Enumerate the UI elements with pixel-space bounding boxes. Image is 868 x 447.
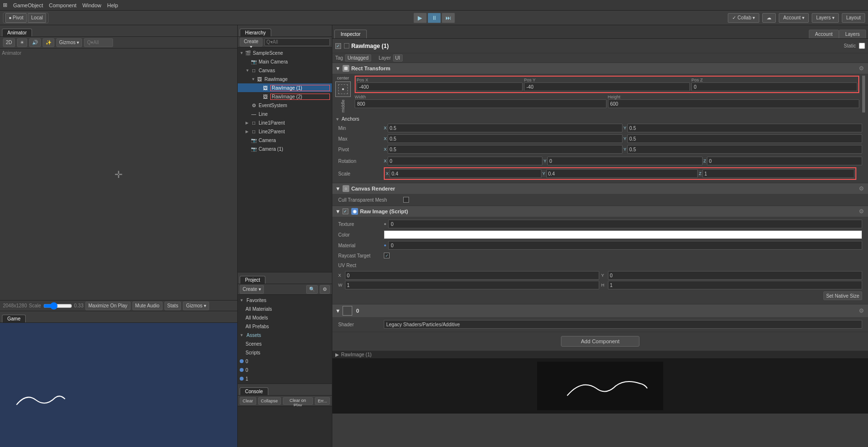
scaleY-input[interactable] <box>546 169 698 178</box>
uv-x-input[interactable] <box>345 271 599 280</box>
uv-w-input[interactable] <box>345 281 599 289</box>
gizmos-game-button[interactable]: Gizmos ▾ <box>183 302 209 310</box>
hierarchy-item-rawimage[interactable]: ▼ 🖼 RawImage <box>238 75 332 83</box>
tab-game[interactable]: Game <box>2 315 26 322</box>
rect-transform-header[interactable]: ▼ ⊞ Rect Transform ⚙ <box>332 63 868 74</box>
anchor-widget[interactable] <box>335 81 351 97</box>
tab-hierarchy[interactable]: Hierarchy <box>240 29 271 36</box>
project-all-materials[interactable]: All Materials <box>238 304 332 313</box>
menu-gameobject[interactable]: GameObject <box>13 2 43 8</box>
project-all-prefabs[interactable]: All Prefabs <box>238 322 332 331</box>
project-num0-1[interactable]: 0 <box>238 357 332 366</box>
layers-button[interactable]: Layers ▾ <box>812 13 839 23</box>
posY-input[interactable] <box>524 82 690 91</box>
uv-h-input[interactable] <box>608 281 862 289</box>
tab-inspector[interactable]: Inspector <box>334 30 367 38</box>
lighting-button[interactable]: ☀ <box>17 38 27 47</box>
project-num0-2[interactable]: 0 <box>238 366 332 374</box>
object-enabled-checkbox[interactable] <box>335 43 341 49</box>
hierarchy-item-canvas[interactable]: ▼ □ Canvas <box>238 66 332 75</box>
hierarchy-item-eventsystem[interactable]: ⚙ EventSystem <box>238 101 332 110</box>
add-component-button[interactable]: Add Component <box>561 336 639 347</box>
error-button[interactable]: Err... <box>315 397 330 405</box>
pause-button[interactable]: ⏸ <box>427 13 441 23</box>
local-button[interactable]: Local <box>28 13 46 23</box>
mute-audio-button[interactable]: Mute Audio <box>132 302 163 310</box>
project-search-icon[interactable]: 🔍 <box>306 285 318 294</box>
layer-dropdown[interactable]: UI <box>393 54 403 62</box>
scale-slider[interactable] <box>43 302 72 310</box>
posX-input[interactable] <box>357 82 523 91</box>
material-input[interactable] <box>388 241 862 250</box>
hierarchy-create-btn[interactable]: Create ▾ <box>240 38 262 47</box>
project-favorites[interactable]: ▼ Favorites <box>238 296 332 304</box>
rt-right-handle[interactable] <box>862 76 865 112</box>
step-button[interactable]: ⏭ <box>442 13 455 23</box>
tab-animator[interactable]: Animator <box>2 29 32 36</box>
hierarchy-item-rawimage2[interactable]: 🖼 RawImage (2) <box>238 92 332 101</box>
tab-console[interactable]: Console <box>240 387 268 395</box>
canvas-renderer-header[interactable]: ▼ ○ Canvas Renderer ⚙ <box>332 183 868 194</box>
pivotY-input[interactable] <box>627 145 862 154</box>
scaleZ-input[interactable] <box>703 169 854 178</box>
2d-button[interactable]: 2D <box>3 38 15 47</box>
set-native-size-button[interactable]: Set Native Size <box>823 291 862 300</box>
texture-input[interactable] <box>388 220 862 228</box>
hierarchy-item-samplescene[interactable]: ▼ 🎬 SampleScene <box>238 48 332 57</box>
anchor-minX-input[interactable] <box>388 124 622 132</box>
posZ-input[interactable] <box>691 82 857 91</box>
scaleX-input[interactable] <box>390 169 541 178</box>
mat-settings-btn[interactable]: ⚙ <box>857 307 865 315</box>
hierarchy-item-line[interactable]: — Line <box>238 110 332 118</box>
top-menu-bar[interactable]: ⊞ GameObject Component Window Help <box>0 0 868 11</box>
hierarchy-item-maincamera[interactable]: 📷 Main Camera <box>238 57 332 66</box>
height-input[interactable] <box>608 99 860 108</box>
anchor-maxY-input[interactable] <box>627 134 862 143</box>
hierarchy-item-camera1[interactable]: 📷 Camera (1) <box>238 144 332 153</box>
pivotX-input[interactable] <box>388 145 622 154</box>
rt-settings-btn[interactable]: ⚙ <box>857 64 865 72</box>
effects-button[interactable]: ✨ <box>43 38 54 47</box>
hierarchy-item-line1parent[interactable]: ▶ □ Line1Parent <box>238 118 332 127</box>
cr-settings-btn[interactable]: ⚙ <box>857 185 865 192</box>
ri-enabled-check[interactable] <box>343 208 348 214</box>
project-packages[interactable]: ▶ Packages <box>238 383 332 383</box>
hierarchy-item-rawimage1[interactable]: 🖼 RawImage (1) <box>238 83 332 92</box>
project-create-btn[interactable]: Create ▾ <box>240 285 264 294</box>
rotX-input[interactable] <box>388 157 542 165</box>
collab-button[interactable]: ✓ Collab ▾ <box>728 13 759 23</box>
project-scenes[interactable]: Scenes <box>238 339 332 348</box>
rotY-input[interactable] <box>547 157 702 165</box>
clear-on-play-button[interactable]: Clear on Play <box>283 397 313 405</box>
material-header[interactable]: ▼ 0 ⚙ <box>332 304 868 317</box>
clear-button[interactable]: Clear <box>240 397 256 405</box>
tab-account[interactable]: Account <box>809 30 839 38</box>
project-num1[interactable]: 1 <box>238 374 332 383</box>
menu-help[interactable]: Help <box>107 2 118 8</box>
account-button[interactable]: Account ▾ <box>779 13 809 23</box>
uv-y-input[interactable] <box>608 271 862 280</box>
static-checkbox[interactable] <box>859 43 865 49</box>
ri-settings-btn[interactable]: ⚙ <box>857 208 865 215</box>
cull-checkbox[interactable] <box>403 197 409 203</box>
project-all-models[interactable]: All Models <box>238 313 332 322</box>
color-picker[interactable] <box>384 230 862 239</box>
play-button[interactable]: ▶ <box>413 13 427 23</box>
tag-dropdown[interactable]: Untagged <box>345 54 371 62</box>
cloud-button[interactable]: ☁ <box>762 13 776 23</box>
layout-button[interactable]: Layout <box>842 13 865 23</box>
hierarchy-search-input[interactable] <box>264 38 330 46</box>
width-input[interactable] <box>355 99 606 108</box>
tab-project[interactable]: Project <box>240 276 265 284</box>
shader-input[interactable] <box>384 320 862 329</box>
project-assets[interactable]: ▼ Assets <box>238 331 332 339</box>
anchor-maxX-input[interactable] <box>388 134 622 143</box>
audio-button[interactable]: 🔊 <box>29 38 41 47</box>
project-scripts[interactable]: Scripts <box>238 348 332 357</box>
raycast-checkbox[interactable] <box>384 253 390 258</box>
hierarchy-item-camera[interactable]: 📷 Camera <box>238 136 332 144</box>
hierarchy-item-line2parent[interactable]: ▶ □ Line2Parent <box>238 127 332 136</box>
project-settings-btn[interactable]: ⚙ <box>320 285 330 294</box>
rotZ-input[interactable] <box>707 157 862 165</box>
raw-image-header[interactable]: ▼ ◉ Raw Image (Script) ⚙ <box>332 206 868 217</box>
